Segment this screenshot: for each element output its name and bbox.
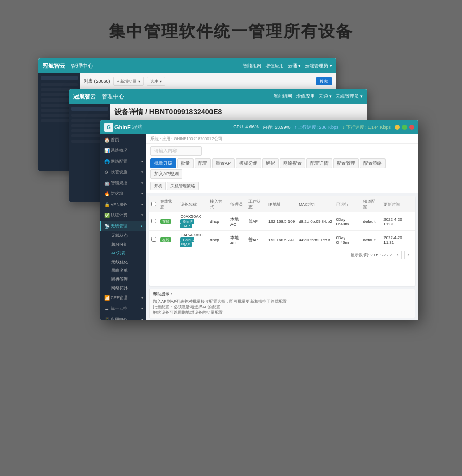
down-status: ↓ 下行速度: 1,144 Kbps — [342, 124, 391, 131]
submenu-ap-list[interactable]: AP列表 — [109, 249, 146, 257]
sidebar-label-overview: 系统概况 — [111, 148, 127, 153]
nav-item-3[interactable]: 云通 ▾ — [288, 63, 301, 69]
mid-nav-1[interactable]: 智能组网 — [274, 93, 292, 100]
sidebar-label-wireless: 无线管理 — [111, 223, 127, 229]
submenu-firmware[interactable]: 固件管理 — [109, 275, 146, 284]
select-all-checkbox[interactable] — [151, 202, 156, 206]
cpe-chevron-icon: ▾ — [141, 296, 143, 300]
row1-status: 在线 — [158, 212, 178, 231]
win-back-filter-btn[interactable]: 选中 ▾ — [147, 77, 165, 86]
row1-workstate: 普AP — [246, 212, 266, 231]
mid-nav-4[interactable]: 云端管理员 ▾ — [336, 93, 363, 100]
tab-reset-ap[interactable]: 重置AP — [212, 158, 235, 168]
device-detail-title: 设备详情 / HBNT00991832400E8 — [114, 108, 363, 117]
sidebar-item-vpn[interactable]: 🔒 VPN服务 ▾ — [100, 199, 146, 210]
row2-manager: 本地AC — [228, 231, 246, 249]
row2-channel: default — [361, 231, 381, 249]
next-page-button[interactable]: › — [404, 251, 412, 259]
tab-template-group[interactable]: 模板分组 — [236, 158, 261, 168]
sidebar-item-auth[interactable]: ✅ 认证计费 ▾ — [100, 210, 146, 221]
win-mid-nav: 智能组网 增值应用 云通 ▾ 云端管理员 ▾ — [274, 93, 363, 100]
breadcrumb: 系统 · 应用 · GHINF100218260012公司 — [146, 134, 418, 144]
auth-icon: ✅ — [104, 213, 109, 218]
tab-network-config[interactable]: 网络配置 — [280, 158, 305, 168]
mid-nav-3[interactable]: 云通 ▾ — [319, 93, 332, 100]
submenu-wireless-optimize[interactable]: 无线优化 — [109, 257, 146, 266]
nav-item-4[interactable]: 云端管理员 ▾ — [305, 63, 332, 69]
row2-workstate: 普AP — [246, 231, 266, 249]
tab-config-policy[interactable]: 配置策略 — [360, 158, 386, 168]
table-body: 在线 C6AX50AKGhinF-FRAP dhcp 本地AC 普AP 192.… — [149, 212, 415, 249]
smart-chevron-icon: ▾ — [141, 181, 143, 185]
row1-ip: 192.168.5.109 — [266, 212, 297, 231]
tab-join-ap-rule[interactable]: 加入AP规则 — [150, 169, 182, 179]
submenu-network-topo[interactable]: 网络拓扑 — [109, 284, 146, 292]
wireless-chevron-icon: ▲ — [140, 224, 143, 228]
table-row: 在线 C6AX50AKGhinF-FRAP dhcp 本地AC 普AP 192.… — [149, 212, 415, 231]
notes-line-3: 解绑设备可以周期地对设备的批量配置 — [153, 310, 412, 315]
tab-shutdown-policy[interactable]: 关机管理策略 — [167, 182, 199, 190]
sidebar-item-overview[interactable]: 📊 系统概况 — [100, 145, 146, 156]
smart-icon: 🤖 — [104, 181, 109, 186]
row1-checkbox[interactable] — [149, 212, 158, 231]
minimize-button[interactable] — [395, 125, 400, 130]
win-back-title: 管理中心 — [71, 62, 93, 70]
tab-config[interactable]: 配置 — [195, 158, 211, 168]
row1-name: C6AX50AKGhinF-FRAP — [178, 212, 208, 231]
prev-page-button[interactable]: ‹ — [394, 251, 402, 259]
tab-batch-upgrade[interactable]: 批量升级 — [150, 158, 176, 168]
tab-config-detail[interactable]: 配置详情 — [306, 158, 332, 168]
mid-nav-2[interactable]: 增值应用 — [296, 93, 315, 100]
col-ip: IP地址 — [266, 196, 297, 212]
nav-item-1[interactable]: 智能组网 — [243, 63, 261, 69]
sidebar-label-status: 状态设施 — [111, 169, 127, 175]
model-badge: GhinF-FRAP — [180, 219, 194, 228]
tab-unbind[interactable]: 解绑 — [262, 158, 279, 168]
cloud-icon: ☁ — [104, 306, 109, 311]
page-range: 1-2 / 2 — [380, 253, 392, 257]
row2-checkbox[interactable] — [149, 231, 158, 249]
sidebar-item-network[interactable]: 🌐 网络配置 ▾ — [100, 156, 146, 167]
win-back-search-btn[interactable]: 搜索 — [316, 77, 332, 85]
sidebar-item-cpe[interactable]: 📶 CPE管理 ▾ — [100, 292, 146, 303]
maximize-button[interactable] — [402, 125, 407, 130]
submenu-wireless-status[interactable]: 无线状态 — [109, 231, 146, 240]
sidebar-item-status[interactable]: ⚙ 状态设施 ▾ — [100, 167, 146, 177]
col-online-status: 在线状态 — [158, 196, 178, 212]
front-logo-icon: G — [104, 123, 113, 132]
tab-config-manage[interactable]: 配置管理 — [333, 158, 359, 168]
sidebar-item-app[interactable]: 📱 应用中心 ▾ — [100, 314, 146, 320]
row2-status: 在线 — [158, 231, 178, 249]
sidebar-item-home[interactable]: 🏠 首页 — [100, 134, 146, 145]
win-back-titlebar: 冠航智云 | 管理中心 智能组网 增值应用 云通 ▾ 云端管理员 ▾ — [38, 58, 336, 73]
nav-item-2[interactable]: 增值应用 — [265, 63, 284, 69]
row2-mac: 44:d1:fa:b2:1e:9f — [297, 231, 334, 249]
col-device-name: 设备名称 — [178, 196, 208, 212]
front-status-bar: CPU: 4.66% 内存: 53.99% ↑ 上行速度: 286 Kbps ↓… — [233, 124, 391, 131]
row2-ip: 192.168.5.241 — [266, 231, 297, 249]
submenu-frequency-group[interactable]: 频频分组 — [109, 240, 146, 249]
close-button[interactable] — [409, 125, 414, 130]
app-chevron-icon: ▾ — [141, 318, 143, 321]
submenu-blackwhite[interactable]: 黑白名单 — [109, 266, 146, 275]
sidebar-item-wireless[interactable]: 📡 无线管理 ▲ — [100, 221, 146, 231]
search-input[interactable]: 请输入内容 — [150, 146, 202, 156]
front-layout: 🏠 首页 📊 系统概况 🌐 网络配置 ▾ ⚙ 状态设施 — [100, 134, 418, 320]
win-back-add-btn[interactable]: + 新增批量 ▾ — [113, 77, 144, 86]
win-back-nav: 智能组网 增值应用 云通 ▾ 云端管理员 ▾ — [243, 63, 332, 69]
tab-batch[interactable]: 批量 — [177, 158, 194, 168]
sidebar-item-unified[interactable]: ☁ 统一云控 ▾ — [100, 303, 146, 314]
sidebar-item-smart[interactable]: 🤖 智能规控 ▾ — [100, 177, 146, 188]
status-icon: ⚙ — [104, 170, 109, 175]
sidebar-label-network: 网络配置 — [111, 158, 127, 164]
win-mid-sep: | — [98, 93, 100, 100]
cpu-status: CPU: 4.66% — [233, 124, 259, 131]
tab-boot[interactable]: 开机 — [150, 182, 166, 190]
front-brand-sub: 冠航 — [132, 124, 142, 131]
network-chevron-icon: ▾ — [141, 160, 143, 164]
table-header: 在线状态 设备名称 接入方式 管理员 工作状态 IP地址 MAC地址 已运行 频… — [149, 196, 415, 212]
sidebar-label-smart: 智能规控 — [111, 180, 127, 186]
page-size-label: 显示数/页: 20 ▾ — [351, 252, 378, 258]
sidebar-item-firewall[interactable]: 🔥 防火墙 ▾ — [100, 188, 146, 199]
wireless-submenu: 无线状态 频频分组 AP列表 无线优化 黑白名单 固件管理 网络拓扑 — [100, 231, 146, 292]
